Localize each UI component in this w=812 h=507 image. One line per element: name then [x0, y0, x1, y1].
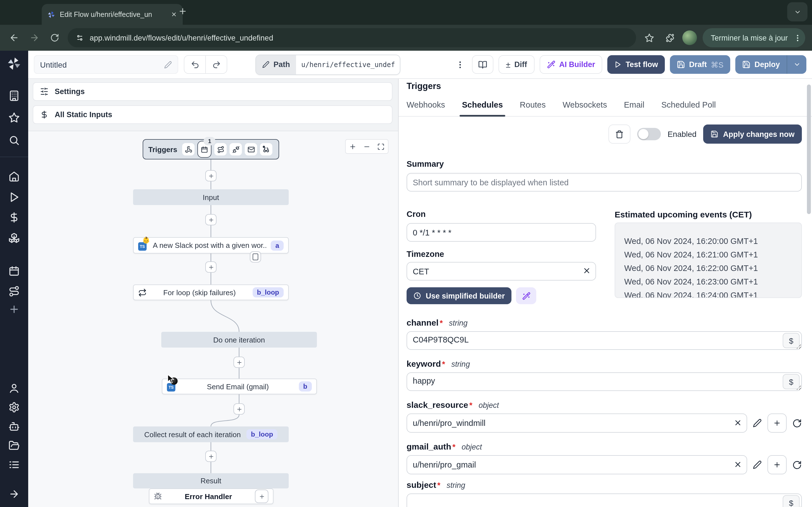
channel-input[interactable]: C04P9T8QC9L	[407, 331, 802, 350]
add-step-button[interactable]	[205, 262, 216, 273]
email-trigger-icon[interactable]	[245, 143, 257, 156]
browser-update-button[interactable]: Terminer la mise à jour	[703, 28, 805, 47]
tab-email[interactable]: Email	[624, 100, 645, 116]
site-settings-icon[interactable]	[75, 34, 84, 42]
deploy-options-button[interactable]	[786, 55, 806, 74]
path-editor[interactable]: Path u/henri/effective_undef	[255, 54, 401, 75]
more-menu-button[interactable]	[453, 60, 467, 69]
tab-webhooks[interactable]: Webhooks	[407, 100, 445, 116]
add-resource-button[interactable]	[767, 455, 786, 474]
insert-variable-button[interactable]: $	[783, 374, 800, 389]
bookmark-star-icon[interactable]	[642, 31, 657, 45]
timezone-input[interactable]	[407, 262, 596, 281]
triggers-node[interactable]: Triggers 1	[143, 139, 279, 159]
sidebar-item-ai[interactable]	[8, 421, 20, 432]
insert-variable-button[interactable]: $	[783, 333, 800, 348]
fit-view-icon[interactable]	[377, 143, 385, 150]
deploy-button[interactable]: Deploy	[735, 55, 786, 74]
sidebar-item-home[interactable]	[8, 171, 20, 182]
extensions-icon[interactable]	[662, 31, 677, 45]
forloop-node[interactable]: For loop (skip failures) b_loop	[133, 284, 289, 300]
add-resource-button[interactable]	[767, 413, 786, 433]
tab-routes[interactable]: Routes	[520, 100, 546, 116]
ai-cron-button[interactable]	[516, 287, 537, 304]
send-email-node[interactable]: TS Send Email (gmail) b	[162, 379, 317, 394]
undo-button[interactable]	[185, 56, 205, 73]
cron-input[interactable]	[407, 223, 596, 242]
error-handler-node[interactable]: Error Handler	[149, 489, 273, 504]
simplified-builder-button[interactable]: Use simplified builder	[407, 287, 512, 304]
path-value[interactable]: u/henri/effective_undef	[296, 61, 400, 68]
panel-scrollbar[interactable]	[807, 84, 811, 214]
collect-result-node[interactable]: Collect result of each iteration b_loop	[133, 427, 289, 442]
webhook-trigger-icon[interactable]	[183, 143, 195, 156]
sidebar-item-folders[interactable]	[8, 440, 20, 451]
add-step-button[interactable]	[205, 170, 216, 181]
gmail-auth-input[interactable]	[407, 455, 747, 474]
add-step-button[interactable]	[234, 356, 245, 368]
apply-changes-button[interactable]: Apply changes now	[703, 124, 802, 144]
sidebar-item-audit-logs[interactable]	[8, 459, 20, 470]
sidebar-item-search[interactable]	[8, 135, 20, 146]
draft-button[interactable]: Draft⌘S	[670, 55, 730, 74]
sidebar-item-user[interactable]	[8, 383, 20, 394]
keyword-input[interactable]: happy	[407, 372, 802, 391]
input-node[interactable]: Input	[133, 189, 289, 205]
clear-timezone-icon[interactable]	[582, 267, 591, 275]
url-bar[interactable]: app.windmill.dev/flows/edit/u/henri/effe…	[68, 28, 637, 47]
profile-avatar[interactable]	[682, 31, 697, 45]
websocket-trigger-icon[interactable]	[230, 143, 242, 156]
delete-schedule-button[interactable]	[608, 124, 630, 144]
new-tab-icon[interactable]	[178, 7, 187, 16]
sidebar-collapse[interactable]	[8, 489, 20, 500]
subject-input[interactable]	[407, 494, 802, 507]
sidebar-item-runs[interactable]	[8, 191, 20, 203]
add-error-handler-button[interactable]	[255, 490, 268, 503]
docs-button[interactable]	[472, 55, 493, 74]
result-node[interactable]: Result	[133, 473, 289, 489]
edit-resource-icon[interactable]	[753, 418, 762, 428]
insert-variable-button[interactable]: $	[783, 495, 800, 507]
refresh-resource-icon[interactable]	[792, 418, 802, 428]
edit-resource-icon[interactable]	[753, 460, 762, 469]
forward-button[interactable]	[27, 31, 42, 45]
tab-schedules[interactable]: Schedules	[462, 100, 503, 116]
scheduled-poll-trigger-icon[interactable]	[260, 143, 273, 156]
test-flow-button[interactable]: Test flow	[608, 55, 665, 74]
tab-strip-chevron[interactable]	[787, 2, 808, 21]
step-asset-button[interactable]	[250, 251, 261, 263]
reload-button[interactable]	[47, 31, 62, 45]
sidebar-item-favorites[interactable]	[8, 112, 20, 123]
flow-name-input[interactable]: Untitled	[34, 55, 178, 74]
sidebar-item-routes[interactable]	[8, 286, 20, 297]
slack-resource-input[interactable]	[407, 413, 747, 433]
clear-resource-icon[interactable]	[733, 460, 742, 469]
redo-button[interactable]	[205, 56, 227, 73]
add-step-button[interactable]	[205, 214, 216, 225]
enabled-toggle[interactable]	[637, 128, 661, 140]
edit-pencil-icon[interactable]	[164, 61, 172, 68]
slack-step-node[interactable]: TS👶 A new Slack post with a given wor...…	[133, 237, 289, 253]
summary-input[interactable]	[407, 173, 802, 191]
sidebar-item-workspace[interactable]	[8, 90, 20, 101]
sidebar-item-variables[interactable]	[8, 212, 20, 223]
sidebar-item-settings[interactable]	[8, 402, 20, 413]
schedule-trigger-icon[interactable]: 1	[198, 141, 212, 158]
back-button[interactable]	[7, 31, 21, 45]
windmill-logo[interactable]	[7, 56, 21, 71]
sidebar-item-resources[interactable]	[8, 232, 20, 243]
zoom-in-icon[interactable]	[349, 143, 356, 150]
sidebar-item-schedules[interactable]	[8, 265, 20, 277]
do-one-iteration-node[interactable]: Do one iteration	[161, 332, 317, 348]
tab-websockets[interactable]: Websockets	[562, 100, 607, 116]
tab-close-icon[interactable]	[171, 11, 177, 17]
browser-tab[interactable]: Edit Flow u/henri/effective_un	[42, 4, 183, 25]
sidebar-item-add[interactable]	[8, 304, 20, 315]
route-trigger-icon[interactable]	[214, 143, 227, 156]
browser-menu-icon[interactable]	[794, 34, 802, 42]
zoom-out-icon[interactable]	[363, 143, 370, 150]
diff-button[interactable]: ±Diff	[499, 55, 534, 74]
clear-resource-icon[interactable]	[733, 418, 742, 427]
add-step-button[interactable]	[205, 451, 216, 462]
add-step-button[interactable]	[234, 403, 245, 414]
